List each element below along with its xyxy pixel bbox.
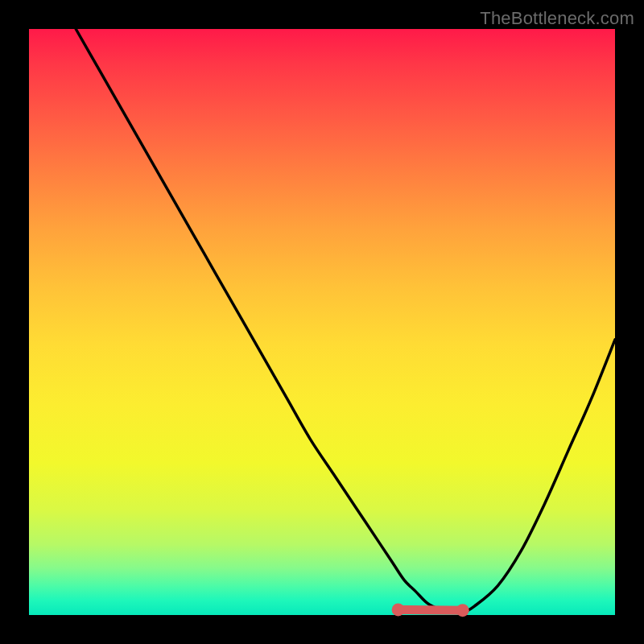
svg-point-2 xyxy=(456,604,469,617)
chart-frame: TheBottleneck.com xyxy=(0,0,644,644)
watermark-text: TheBottleneck.com xyxy=(480,8,634,29)
highlight-segment xyxy=(29,29,615,615)
svg-point-1 xyxy=(392,603,405,616)
svg-line-0 xyxy=(398,609,463,610)
plot-area xyxy=(29,29,615,615)
